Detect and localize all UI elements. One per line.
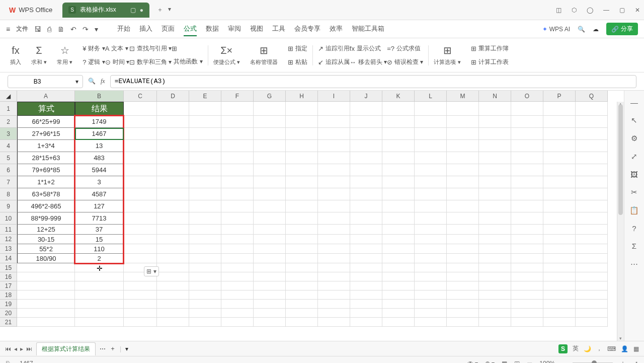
side-expand-icon[interactable]: ⤢ [631, 152, 637, 161]
cell-J6[interactable] [350, 164, 382, 176]
redo-icon[interactable]: ↷ [83, 25, 89, 33]
cell-F3[interactable] [221, 128, 254, 140]
cell-O17[interactable] [511, 281, 543, 291]
row-header-20[interactable]: 20 [0, 309, 17, 318]
cell-C3[interactable] [124, 128, 157, 140]
cell-P1[interactable] [543, 102, 576, 116]
cell-K15[interactable] [382, 263, 415, 272]
ribbon-item[interactable]: ↗追踪引用 [318, 44, 350, 53]
cell-I7[interactable] [318, 176, 350, 188]
cell-Q7[interactable] [576, 176, 608, 188]
ribbon-item[interactable]: ↔移去箭头 ▾ [350, 58, 387, 66]
cell-G1[interactable] [254, 102, 286, 116]
cell-B12[interactable]: 15 [75, 235, 124, 244]
cell-A5[interactable]: 28*15+63 [17, 152, 75, 164]
cell-N3[interactable] [479, 128, 511, 140]
menu-tab-5[interactable]: 审阅 [228, 22, 241, 36]
cell-E8[interactable] [189, 188, 221, 200]
cell-P18[interactable] [543, 291, 576, 300]
cell-I4[interactable] [318, 140, 350, 152]
menu-tab-9[interactable]: 效率 [330, 22, 343, 36]
cell-M14[interactable] [447, 254, 479, 263]
col-header-C[interactable]: C [124, 91, 157, 102]
cell-M16[interactable] [447, 272, 479, 281]
cell-F21[interactable] [221, 318, 254, 327]
add-sheet-button[interactable]: ＋ [110, 344, 116, 353]
cube-icon[interactable]: ⬡ [572, 7, 577, 14]
avatar-icon[interactable]: ◯ [587, 7, 593, 14]
ribbon-item[interactable]: A文本 ▾ [105, 44, 129, 53]
cell-H6[interactable] [286, 164, 318, 176]
ime-keyboard-icon[interactable]: ⌨ [607, 345, 616, 352]
cell-P19[interactable] [543, 300, 576, 309]
cell-A19[interactable] [17, 300, 75, 309]
cell-M11[interactable] [447, 225, 479, 235]
cell-C18[interactable] [124, 291, 157, 300]
cell-G14[interactable] [254, 254, 286, 263]
cell-D13[interactable] [157, 244, 189, 254]
col-header-H[interactable]: H [286, 91, 318, 102]
cell-D4[interactable] [157, 140, 189, 152]
col-header-K[interactable]: K [382, 91, 415, 102]
cell-I1[interactable] [318, 102, 350, 116]
cell-Q2[interactable] [576, 116, 608, 128]
cell-P8[interactable] [543, 188, 576, 200]
cell-J8[interactable] [350, 188, 382, 200]
cell-Q3[interactable] [576, 128, 608, 140]
cell-J7[interactable] [350, 176, 382, 188]
cell-O4[interactable] [511, 140, 543, 152]
tab-menu-icon[interactable]: ▾ [168, 6, 171, 14]
cell-F20[interactable] [221, 309, 254, 318]
cell-P14[interactable] [543, 254, 576, 263]
view-eye-icon[interactable]: 👁 ▾ [467, 360, 478, 364]
col-header-M[interactable]: M [447, 91, 479, 102]
zoom-level[interactable]: 100% [539, 360, 555, 364]
cell-M10[interactable] [447, 212, 479, 225]
cell-L19[interactable] [415, 300, 447, 309]
cell-K18[interactable] [382, 291, 415, 300]
cell-E6[interactable] [189, 164, 221, 176]
cell-C9[interactable] [124, 200, 157, 212]
cell-O10[interactable] [511, 212, 543, 225]
cell-O5[interactable] [511, 152, 543, 164]
cell-E5[interactable] [189, 152, 221, 164]
cell-N10[interactable] [479, 212, 511, 225]
menu-tab-1[interactable]: 插入 [139, 22, 152, 36]
cell-Q13[interactable] [576, 244, 608, 254]
cell-Q5[interactable] [576, 152, 608, 164]
cell-C1[interactable] [124, 102, 157, 116]
ime-grid-icon[interactable]: ▦ [633, 345, 639, 352]
cell-E2[interactable] [189, 116, 221, 128]
cell-A21[interactable] [17, 318, 75, 327]
col-header-A[interactable]: A [17, 91, 75, 102]
cell-M17[interactable] [447, 281, 479, 291]
undo-icon[interactable]: ↶ [70, 25, 76, 33]
cell-F11[interactable] [221, 225, 254, 235]
scroll-thumb[interactable] [618, 104, 623, 215]
cell-I18[interactable] [318, 291, 350, 300]
cell-K4[interactable] [382, 140, 415, 152]
cell-J4[interactable] [350, 140, 382, 152]
cell-M13[interactable] [447, 244, 479, 254]
cell-L20[interactable] [415, 309, 447, 318]
cell-J3[interactable] [350, 128, 382, 140]
cell-D21[interactable] [157, 318, 189, 327]
scroll-down-icon[interactable]: ▾ [617, 336, 624, 341]
cell-J2[interactable] [350, 116, 382, 128]
ribbon-big-item[interactable]: ⊞名称管理器 [250, 44, 278, 66]
cell-C21[interactable] [124, 318, 157, 327]
row-header-12[interactable]: 12 [0, 235, 17, 244]
vertical-scrollbar[interactable]: ▴ ▾ [617, 102, 624, 341]
cell-G16[interactable] [254, 272, 286, 281]
file-menu[interactable]: 文件 [16, 25, 28, 33]
cell-N16[interactable] [479, 272, 511, 281]
cell-G4[interactable] [254, 140, 286, 152]
cell-A14[interactable]: 180/90 [17, 254, 75, 263]
cell-D11[interactable] [157, 225, 189, 235]
cell-E9[interactable] [189, 200, 221, 212]
cell-Q6[interactable] [576, 164, 608, 176]
cell-H3[interactable] [286, 128, 318, 140]
cell-L17[interactable] [415, 281, 447, 291]
side-sum-icon[interactable]: Σ [632, 242, 636, 250]
cell-J21[interactable] [350, 318, 382, 327]
